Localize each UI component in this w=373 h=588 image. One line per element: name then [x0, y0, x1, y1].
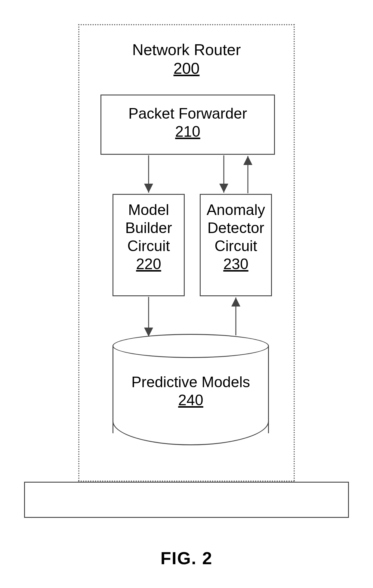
anomaly-detector-box: Anomaly Detector Circuit 230 — [200, 194, 272, 296]
predictive-models-label: Predictive Models 240 — [113, 373, 269, 409]
predictive-models-ref: 240 — [178, 392, 203, 409]
anomaly-detector-l2: Detector — [208, 219, 264, 236]
bus-bar — [24, 482, 349, 518]
packet-forwarder-box: Packet Forwarder 210 — [100, 95, 275, 155]
model-builder-ref: 220 — [136, 256, 161, 272]
packet-forwarder-ref: 210 — [175, 123, 200, 140]
predictive-models-cylinder: Predictive Models 240 — [113, 334, 269, 442]
packet-forwarder-title: Packet Forwarder — [128, 105, 247, 122]
network-router-title-text: Network Router — [132, 41, 241, 58]
model-builder-box: Model Builder Circuit 220 — [113, 194, 185, 296]
model-builder-l1: Model — [128, 201, 169, 218]
anomaly-detector-l3: Circuit — [214, 238, 257, 254]
model-builder-l2: Builder — [125, 219, 172, 236]
anomaly-detector-ref: 230 — [223, 256, 248, 272]
network-router-ref: 200 — [174, 60, 200, 77]
network-router-container: Network Router 200 Packet Forwarder 210 … — [78, 24, 295, 482]
network-router-title: Network Router 200 — [79, 40, 294, 78]
anomaly-detector-l1: Anomaly — [207, 201, 265, 218]
page: Network Router 200 Packet Forwarder 210 … — [0, 0, 373, 588]
figure-caption: FIG. 2 — [0, 548, 373, 568]
model-builder-l3: Circuit — [127, 238, 170, 254]
predictive-models-title: Predictive Models — [131, 374, 250, 390]
